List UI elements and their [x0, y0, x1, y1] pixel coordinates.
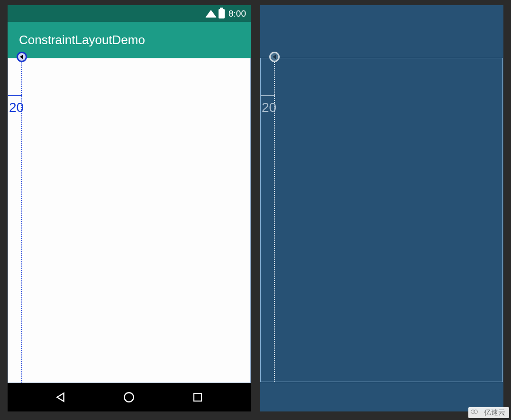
- nav-back-button[interactable]: [51, 388, 70, 407]
- triangle-left-icon: [19, 54, 24, 60]
- square-recent-icon: [192, 392, 203, 403]
- app-title: ConstraintLayoutDemo: [19, 33, 145, 47]
- watermark-logo-icon: [472, 410, 482, 416]
- circle-home-icon: [123, 391, 135, 403]
- app-bar: ConstraintLayoutDemo: [8, 22, 251, 58]
- status-time: 8:00: [228, 9, 246, 19]
- navigation-bar: [8, 383, 251, 411]
- status-bar: 8:00: [8, 5, 251, 22]
- watermark: 亿速云: [468, 407, 509, 418]
- constraint-layout-canvas[interactable]: 20: [8, 58, 251, 383]
- wifi-icon: [205, 9, 217, 17]
- layout-editor: 8:00 ConstraintLayoutDemo 20: [0, 0, 511, 417]
- guideline-value-blueprint: 20: [262, 100, 276, 115]
- blueprint-pane[interactable]: 20: [260, 5, 503, 411]
- guideline-handle[interactable]: [17, 52, 27, 62]
- battery-icon: [219, 9, 225, 18]
- svg-marker-4: [273, 55, 276, 59]
- svg-marker-0: [20, 55, 23, 59]
- triangle-left-icon: [272, 54, 277, 60]
- guideline-value: 20: [9, 100, 24, 115]
- svg-marker-1: [57, 393, 64, 401]
- constraint-layout-blueprint[interactable]: 20: [260, 58, 503, 382]
- watermark-text: 亿速云: [484, 408, 505, 417]
- design-preview-pane[interactable]: 8:00 ConstraintLayoutDemo 20: [8, 5, 251, 411]
- svg-rect-3: [194, 393, 201, 401]
- guideline-handle-blueprint[interactable]: [269, 52, 280, 62]
- guideline-tick: [8, 95, 22, 96]
- nav-home-button[interactable]: [119, 388, 138, 407]
- triangle-back-icon: [55, 391, 67, 403]
- guideline-tick-blueprint: [261, 95, 275, 96]
- svg-point-2: [125, 393, 134, 402]
- nav-recent-button[interactable]: [188, 388, 207, 407]
